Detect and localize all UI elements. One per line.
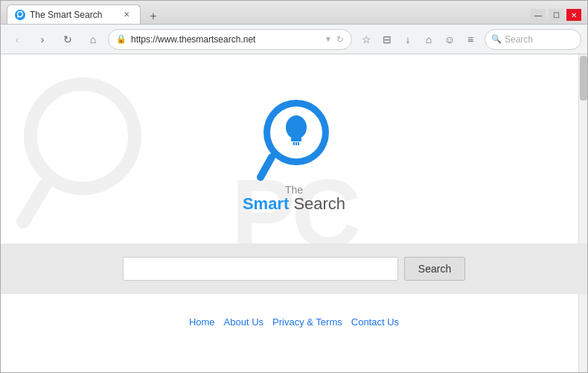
logo-search: Search: [293, 194, 345, 213]
logo-area: The Smart Search: [243, 92, 345, 214]
mini-search-label: Search: [505, 34, 533, 45]
svg-line-11: [261, 157, 272, 177]
new-tab-button[interactable]: +: [144, 9, 163, 24]
reader-view-button[interactable]: ⊟: [377, 30, 397, 49]
svg-point-2: [31, 84, 135, 188]
lock-icon: 🔒: [116, 34, 127, 44]
dropdown-arrow: ▼: [325, 35, 332, 43]
footer-home-link[interactable]: Home: [189, 316, 215, 328]
logo-text: The Smart Search: [243, 184, 345, 214]
refresh-small-icon: ↻: [336, 34, 344, 45]
address-bar[interactable]: 🔒 https://www.thesmartsearch.net ▼ ↻: [108, 29, 352, 50]
page-content: PC Th: [1, 54, 587, 372]
nav-icons: ☆ ⊟ ↓ ⌂ ☺ ≡: [357, 30, 480, 49]
search-button[interactable]: Search: [404, 257, 465, 281]
scrollbar-thumb[interactable]: [580, 56, 587, 101]
window-controls: — ☐ ✕: [531, 9, 581, 24]
svg-rect-7: [291, 138, 301, 141]
home-nav-button[interactable]: ⌂: [419, 30, 438, 49]
download-button[interactable]: ↓: [398, 30, 418, 49]
mini-search-icon: 🔍: [491, 34, 502, 44]
svg-line-3: [23, 185, 45, 222]
smiley-button[interactable]: ☺: [440, 30, 459, 49]
svg-point-6: [286, 115, 307, 139]
minimize-button[interactable]: —: [531, 9, 546, 21]
home-button[interactable]: ⌂: [83, 29, 103, 50]
logo-icon: [253, 92, 335, 181]
footer-contact-link[interactable]: Contact Us: [351, 316, 399, 328]
browser-window: The Smart Search ✕ + — ☐ ✕ ‹ › ↻ ⌂ 🔒 htt…: [0, 0, 588, 373]
logo-smart: Smart: [243, 194, 289, 213]
search-area: Search: [1, 243, 587, 294]
mini-search-box[interactable]: 🔍 Search: [485, 29, 581, 50]
refresh-button[interactable]: ↻: [57, 29, 78, 50]
scrollbar[interactable]: [578, 54, 587, 372]
tab-favicon: [15, 10, 25, 20]
close-button[interactable]: ✕: [566, 9, 581, 21]
search-input[interactable]: [123, 257, 398, 281]
footer-privacy-link[interactable]: Privacy & Terms: [272, 316, 342, 328]
maximize-button[interactable]: ☐: [549, 9, 563, 21]
watermark-magnifier-left: [16, 77, 164, 226]
title-bar: The Smart Search ✕ + — ☐ ✕: [1, 1, 587, 25]
url-text: https://www.thesmartsearch.net: [131, 34, 320, 45]
bookmark-star-button[interactable]: ☆: [357, 30, 376, 49]
forward-button[interactable]: ›: [32, 29, 53, 50]
footer-about-link[interactable]: About Us: [224, 316, 263, 328]
search-box: Search: [123, 257, 465, 281]
footer: Home About Us Privacy & Terms Contact Us: [189, 316, 399, 328]
menu-button[interactable]: ≡: [461, 30, 480, 49]
browser-tab[interactable]: The Smart Search ✕: [7, 4, 141, 24]
svg-line-1: [18, 16, 19, 17]
back-button[interactable]: ‹: [7, 29, 28, 50]
tab-title: The Smart Search: [30, 10, 116, 20]
tab-close-button[interactable]: ✕: [121, 9, 132, 21]
nav-bar: ‹ › ↻ ⌂ 🔒 https://www.thesmartsearch.net…: [1, 25, 587, 54]
